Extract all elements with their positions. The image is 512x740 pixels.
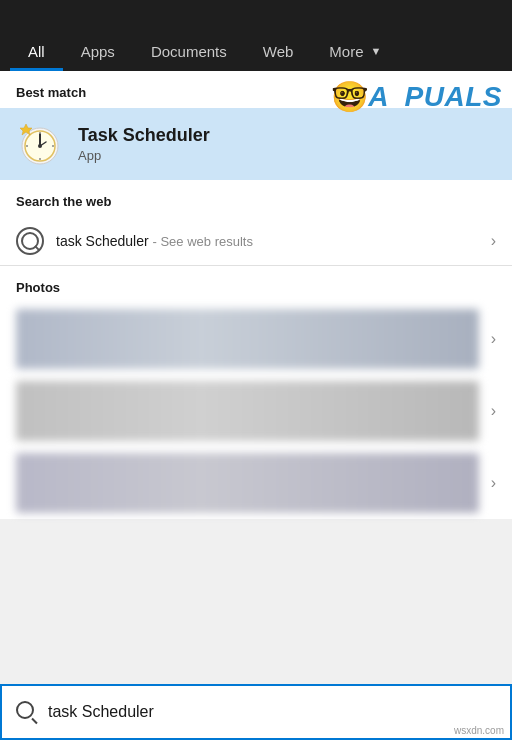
web-search-item[interactable]: task Scheduler - See web results › xyxy=(0,217,512,265)
photos-section: Photos › › › xyxy=(0,265,512,519)
photo-chevron-1: › xyxy=(491,330,496,348)
best-match-label: Best match xyxy=(0,71,512,108)
task-scheduler-icon xyxy=(16,120,64,168)
top-nav-bar: All Apps Documents Web More ▼ xyxy=(0,0,512,71)
tab-more-label: More xyxy=(329,43,363,60)
photo-item-3[interactable]: › xyxy=(0,447,512,519)
photo-item-1[interactable]: › xyxy=(0,303,512,375)
tab-web[interactable]: Web xyxy=(245,31,312,71)
tab-documents-label: Documents xyxy=(151,43,227,60)
best-match-subtitle: App xyxy=(78,148,496,163)
see-results-label: - See web results xyxy=(153,234,253,249)
tab-documents[interactable]: Documents xyxy=(133,31,245,71)
tab-web-label: Web xyxy=(263,43,294,60)
search-bar[interactable] xyxy=(0,684,512,740)
photo-chevron-3: › xyxy=(491,474,496,492)
search-web-label: Search the web xyxy=(0,180,512,217)
search-input[interactable] xyxy=(48,703,496,721)
best-match-title: Task Scheduler xyxy=(78,125,496,146)
tab-apps[interactable]: Apps xyxy=(63,31,133,71)
web-search-query: task Scheduler xyxy=(56,233,149,249)
search-bar-icon xyxy=(16,701,38,723)
photo-chevron-2: › xyxy=(491,402,496,420)
tab-all-label: All xyxy=(28,43,45,60)
photo-thumbnail-1 xyxy=(16,309,479,369)
tab-all[interactable]: All xyxy=(10,31,63,71)
photo-item-2[interactable]: › xyxy=(0,375,512,447)
search-icon xyxy=(16,227,44,255)
chevron-down-icon: ▼ xyxy=(371,45,382,57)
tab-apps-label: Apps xyxy=(81,43,115,60)
best-match-text: Task Scheduler App xyxy=(78,125,496,163)
photos-label: Photos xyxy=(0,266,512,303)
tab-more[interactable]: More ▼ xyxy=(311,31,399,71)
web-search-section: Search the web task Scheduler - See web … xyxy=(0,180,512,265)
chevron-right-icon: › xyxy=(491,232,496,250)
best-match-item[interactable]: Task Scheduler App xyxy=(0,108,512,180)
photo-thumbnail-3 xyxy=(16,453,479,513)
photo-thumbnail-2 xyxy=(16,381,479,441)
web-search-text: task Scheduler - See web results xyxy=(56,233,491,249)
main-content: Best match Task Scheduler App xyxy=(0,71,512,519)
